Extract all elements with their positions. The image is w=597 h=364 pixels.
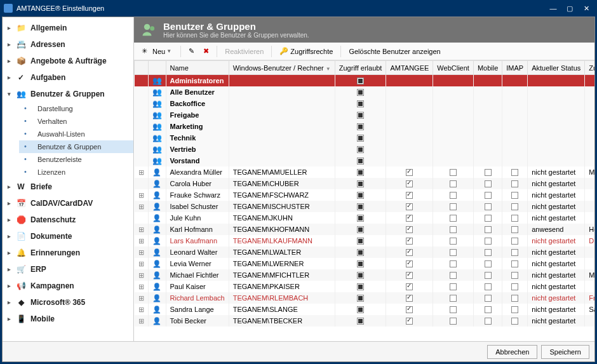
access-checkbox[interactable] bbox=[357, 100, 364, 107]
group-row[interactable]: 👥 Backoffice bbox=[135, 98, 595, 109]
access-checkbox[interactable] bbox=[357, 226, 364, 233]
group-row[interactable]: 👥 Marketing bbox=[135, 121, 595, 132]
imap-checkbox[interactable] bbox=[511, 238, 518, 245]
expand-cell[interactable] bbox=[135, 212, 149, 224]
access-checkbox[interactable] bbox=[357, 123, 364, 130]
mobile-checkbox[interactable] bbox=[485, 203, 492, 210]
expand-cell[interactable] bbox=[135, 178, 149, 189]
amtangee-checkbox[interactable] bbox=[406, 272, 413, 279]
nav-section-dokumente[interactable]: ▸📄Dokumente bbox=[3, 228, 133, 245]
mobile-checkbox[interactable] bbox=[485, 306, 492, 313]
imap-checkbox[interactable] bbox=[511, 203, 518, 210]
imap-checkbox[interactable] bbox=[511, 192, 518, 199]
amtangee-checkbox[interactable] bbox=[406, 169, 413, 176]
imap-checkbox[interactable] bbox=[511, 169, 518, 176]
webclient-checkbox[interactable] bbox=[450, 260, 457, 267]
webclient-checkbox[interactable] bbox=[450, 318, 457, 325]
access-checkbox[interactable] bbox=[357, 295, 364, 302]
grid-container[interactable]: Name Windows-Benutzer / Rechner ▼ Zugrif… bbox=[134, 60, 594, 341]
user-row[interactable]: ⊞ 👤 Sandra Lange TEGANEM\SLANGE nicht ge… bbox=[135, 304, 595, 315]
access-checkbox[interactable] bbox=[357, 260, 364, 267]
user-row[interactable]: ⊞ 👤 Alexandra Müller TEGANEM\AMUELLER ni… bbox=[135, 166, 595, 178]
expand-cell[interactable]: ⊞ bbox=[135, 281, 149, 292]
imap-checkbox[interactable] bbox=[511, 295, 518, 302]
col-access[interactable]: Zugriff erlaubt bbox=[335, 61, 386, 75]
group-row[interactable]: 👥 Freigabe bbox=[135, 109, 595, 121]
imap-checkbox[interactable] bbox=[511, 318, 518, 325]
mobile-checkbox[interactable] bbox=[485, 283, 492, 290]
access-checkbox[interactable] bbox=[357, 306, 364, 313]
group-row[interactable]: 👥 Vertrieb bbox=[135, 144, 595, 155]
group-row[interactable]: 👥 Alle Benutzer bbox=[135, 86, 595, 98]
show-deleted-button[interactable]: Gelöschte Benutzer anzeigen bbox=[345, 46, 444, 57]
delete-button[interactable]: ✖ bbox=[199, 45, 213, 57]
amtangee-checkbox[interactable] bbox=[406, 249, 413, 256]
dropdown-icon[interactable]: ▼ bbox=[166, 48, 173, 54]
amtangee-checkbox[interactable] bbox=[406, 283, 413, 290]
col-lastlogin[interactable]: Zuletzt angemeldet am bbox=[585, 61, 594, 75]
new-button[interactable]: ✳ Neu ▼ bbox=[138, 45, 177, 58]
webclient-checkbox[interactable] bbox=[450, 272, 457, 279]
user-row[interactable]: 👤 Jule Kuhn TEGANEM\JKUHN nicht gestarte… bbox=[135, 212, 595, 224]
imap-checkbox[interactable] bbox=[511, 226, 518, 233]
access-checkbox[interactable] bbox=[357, 78, 364, 84]
mobile-checkbox[interactable] bbox=[485, 318, 492, 325]
mobile-checkbox[interactable] bbox=[485, 249, 492, 256]
amtangee-checkbox[interactable] bbox=[406, 238, 413, 245]
access-checkbox[interactable] bbox=[357, 238, 364, 245]
nav-sub-auswahl-listen[interactable]: •Auswahl-Listen bbox=[19, 128, 133, 140]
webclient-checkbox[interactable] bbox=[450, 226, 457, 233]
user-row[interactable]: 👤 Carola Huber TEGANEM\CHUBER nicht gest… bbox=[135, 178, 595, 189]
nav-section-caldav-carddav[interactable]: ▸📅CalDAV/CardDAV bbox=[3, 195, 133, 212]
expand-cell[interactable]: ⊞ bbox=[135, 224, 149, 235]
group-row[interactable]: 👥 Vorstand bbox=[135, 155, 595, 166]
mobile-checkbox[interactable] bbox=[485, 192, 492, 199]
imap-checkbox[interactable] bbox=[511, 249, 518, 256]
nav-section-mobile[interactable]: ▸📱Mobile bbox=[3, 311, 133, 327]
amtangee-checkbox[interactable] bbox=[406, 180, 413, 187]
save-button[interactable]: Speichern bbox=[541, 345, 589, 359]
nav-section-erp[interactable]: ▸🛒ERP bbox=[3, 261, 133, 278]
nav-sub-darstellung[interactable]: •Darstellung bbox=[19, 102, 133, 115]
amtangee-checkbox[interactable] bbox=[406, 295, 413, 302]
mobile-checkbox[interactable] bbox=[485, 215, 492, 222]
access-checkbox[interactable] bbox=[357, 249, 364, 256]
nav-section-kampagnen[interactable]: ▸📢Kampagnen bbox=[3, 278, 133, 294]
expand-cell[interactable]: ⊞ bbox=[135, 201, 149, 212]
imap-checkbox[interactable] bbox=[511, 180, 518, 187]
expand-cell[interactable]: ⊞ bbox=[135, 258, 149, 269]
expand-cell[interactable]: ⊞ bbox=[135, 246, 149, 258]
nav-section-angebote-auftr-ge[interactable]: ▸📦Angebote & Aufträge bbox=[3, 53, 133, 69]
user-row[interactable]: ⊞ 👤 Michael Fichtler TEGANEM\MFICHTLER n… bbox=[135, 269, 595, 281]
imap-checkbox[interactable] bbox=[511, 260, 518, 267]
nav-section-adressen[interactable]: ▸📇Adressen bbox=[3, 36, 133, 53]
edit-button[interactable]: ✎ bbox=[185, 45, 198, 57]
webclient-checkbox[interactable] bbox=[450, 283, 457, 290]
nav-sub-verhalten[interactable]: •Verhalten bbox=[19, 115, 133, 128]
webclient-checkbox[interactable] bbox=[450, 203, 457, 210]
access-checkbox[interactable] bbox=[357, 283, 364, 290]
mobile-checkbox[interactable] bbox=[485, 272, 492, 279]
nav-section-datenschutz[interactable]: ▸🛑Datenschutz bbox=[3, 212, 133, 228]
access-checkbox[interactable] bbox=[357, 135, 364, 142]
cancel-button[interactable]: Abbrechen bbox=[487, 345, 537, 359]
col-mobile[interactable]: Mobile bbox=[473, 61, 502, 75]
amtangee-checkbox[interactable] bbox=[406, 215, 413, 222]
col-webclient[interactable]: WebClient bbox=[433, 61, 474, 75]
nav-section-allgemein[interactable]: ▸📁Allgemein bbox=[3, 20, 133, 36]
amtangee-checkbox[interactable] bbox=[406, 260, 413, 267]
user-row[interactable]: ⊞ 👤 Karl Hofmann TEGANEM\KHOFMANN anwese… bbox=[135, 224, 595, 235]
access-checkbox[interactable] bbox=[357, 169, 364, 176]
mobile-checkbox[interactable] bbox=[485, 260, 492, 267]
access-checkbox[interactable] bbox=[357, 192, 364, 199]
webclient-checkbox[interactable] bbox=[450, 306, 457, 313]
group-row[interactable]: 👥 Administratoren bbox=[135, 75, 595, 87]
expand-cell[interactable]: ⊞ bbox=[135, 269, 149, 281]
mobile-checkbox[interactable] bbox=[485, 226, 492, 233]
imap-checkbox[interactable] bbox=[511, 215, 518, 222]
nav-sub-lizenzen[interactable]: •Lizenzen bbox=[19, 166, 133, 179]
user-row[interactable]: ⊞ 👤 Isabel Schuster TEGANEM\ISCHUSTER ni… bbox=[135, 201, 595, 212]
expand-cell[interactable]: ⊞ bbox=[135, 304, 149, 315]
maximize-button[interactable]: ▢ bbox=[563, 3, 577, 14]
mobile-checkbox[interactable] bbox=[485, 169, 492, 176]
